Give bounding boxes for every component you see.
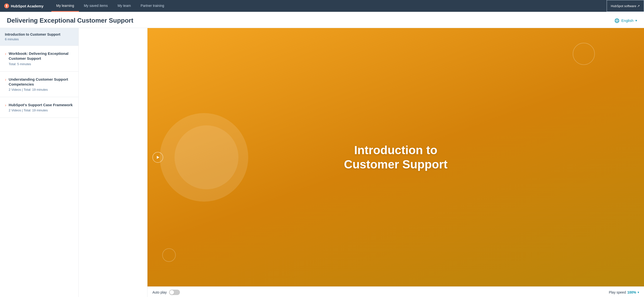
video-panel: Introduction to Customer Support ▶ CC HD — [148, 28, 644, 297]
playspeed-value[interactable]: 100% — [627, 290, 636, 294]
video-title-line2: Customer Support — [344, 158, 447, 171]
sidebar-active-meta: 6 minutes — [5, 37, 74, 41]
nav-right: HubSpot software ↗ — [607, 0, 644, 12]
logo-text: HubSpot Academy — [11, 4, 44, 8]
language-selector[interactable]: English ▾ — [614, 18, 637, 23]
globe-icon — [614, 18, 620, 23]
nav-links: My learning My saved items My team Partn… — [51, 0, 607, 12]
bottom-bar: Auto play Play speed 100% ▾ — [148, 286, 644, 297]
sidebar-item-meta-3: 2 Videos | Total: 19 minutes — [8, 108, 72, 112]
video-decoration-circle-4 — [162, 248, 176, 262]
hubspot-logo-icon — [4, 3, 9, 8]
svg-rect-2 — [6, 6, 7, 8]
sidebar-item-workbook[interactable]: › Workbook: Delivering Exceptional Custo… — [0, 46, 78, 72]
autoplay-label: Auto play — [152, 290, 167, 294]
sidebar-item-content-3: HubSpot's Support Case Framework 2 Video… — [8, 102, 72, 112]
sidebar-item-content-1: Workbook: Delivering Exceptional Custome… — [8, 51, 74, 66]
nav-my-saved-items[interactable]: My saved items — [79, 0, 112, 12]
nav-my-learning[interactable]: My learning — [51, 0, 79, 12]
video-title-line1: Introduction to — [354, 144, 438, 156]
main-layout: Introduction to Customer Support 6 minut… — [0, 28, 644, 297]
sidebar-item-competencies[interactable]: › Understanding Customer Support Compete… — [0, 72, 78, 97]
svg-marker-7 — [157, 156, 159, 159]
chevron-right-icon-1: › — [5, 52, 6, 56]
logo[interactable]: HubSpot Academy — [4, 3, 44, 8]
sidebar-item-content-2: Understanding Customer Support Competenc… — [8, 77, 74, 92]
nav-my-team[interactable]: My team — [112, 0, 136, 12]
sidebar-item-meta-2: 2 Videos | Total: 19 minutes — [8, 88, 74, 92]
video-wrapper: Introduction to Customer Support ▶ CC HD — [148, 28, 644, 286]
nav-partner-training[interactable]: Partner training — [136, 0, 169, 12]
video-decoration-circle-2 — [174, 126, 238, 189]
sidebar-item-title-1: Workbook: Delivering Exceptional Custome… — [8, 51, 74, 61]
svg-point-3 — [615, 18, 619, 22]
sidebar-item-title-3: HubSpot's Support Case Framework — [8, 102, 72, 108]
language-label: English — [622, 18, 634, 22]
video-overlay-title: Introduction to Customer Support — [334, 143, 457, 171]
svg-point-4 — [616, 18, 618, 22]
sidebar-active-title: Introduction to Customer Support — [5, 32, 74, 36]
navigation: HubSpot Academy My learning My saved ite… — [0, 0, 644, 12]
hubspot-software-button[interactable]: HubSpot software ↗ — [607, 0, 644, 12]
sidebar-item-meta-1: Total: 5 minutes — [8, 62, 74, 66]
page-header: Delivering Exceptional Customer Support … — [0, 12, 644, 28]
playspeed-dropdown-arrow[interactable]: ▾ — [638, 290, 639, 294]
playspeed-section: Play speed 100% ▾ — [609, 290, 639, 294]
middle-panel — [79, 28, 148, 297]
video-decoration-circle-3 — [573, 43, 595, 65]
svg-point-1 — [6, 5, 7, 6]
toggle-knob — [170, 290, 174, 294]
language-dropdown-arrow: ▾ — [636, 19, 637, 22]
chevron-right-icon-3: › — [5, 103, 6, 108]
autoplay-toggle[interactable] — [169, 290, 180, 295]
page-title: Delivering Exceptional Customer Support — [7, 17, 133, 24]
sidebar-item-framework[interactable]: › HubSpot's Support Case Framework 2 Vid… — [0, 97, 78, 118]
video-side-play-icon — [152, 152, 163, 163]
chevron-right-icon-2: › — [5, 78, 6, 82]
video-thumbnail: Introduction to Customer Support — [148, 28, 644, 286]
autoplay-section: Auto play — [152, 290, 180, 295]
sidebar-active-item[interactable]: Introduction to Customer Support 6 minut… — [0, 28, 78, 46]
sidebar: Introduction to Customer Support 6 minut… — [0, 28, 79, 297]
playspeed-label: Play speed — [609, 290, 626, 294]
sidebar-item-title-2: Understanding Customer Support Competenc… — [8, 77, 74, 87]
